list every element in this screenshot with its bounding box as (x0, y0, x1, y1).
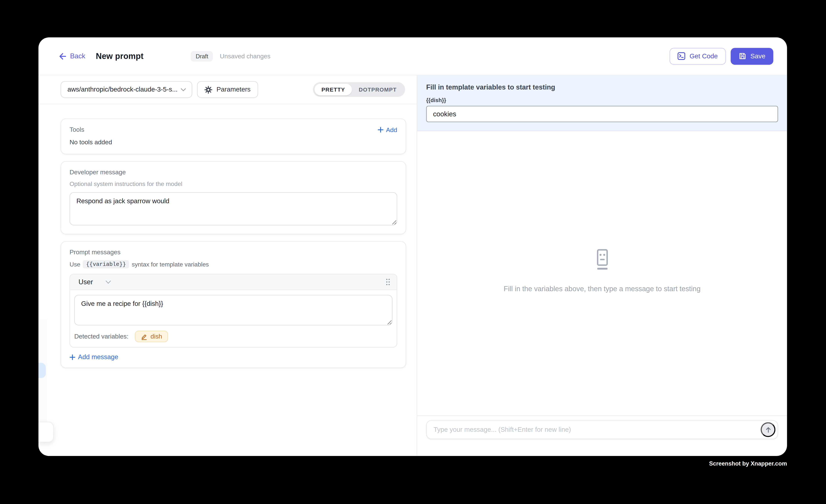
drag-handle[interactable] (386, 278, 390, 286)
variable-syntax-chip: {{variable}} (83, 260, 129, 268)
get-code-button[interactable]: Get Code (670, 48, 726, 65)
test-pane: Fill in template variables to start test… (417, 75, 787, 455)
developer-message-textarea[interactable]: Respond as jack sparrow would (69, 192, 397, 225)
header-bar: Back New prompt Draft Unsaved changes Ge… (39, 37, 787, 75)
back-label: Back (70, 52, 85, 60)
chat-empty-state: Fill in the variables above, then type a… (417, 131, 787, 416)
variable-value-input[interactable] (426, 106, 778, 122)
add-message-button[interactable]: Add message (69, 353, 397, 361)
save-button[interactable]: Save (730, 48, 773, 65)
screenshot-canvas: Back New prompt Draft Unsaved changes Ge… (0, 0, 826, 504)
empty-state-message: Fill in the variables above, then type a… (504, 285, 701, 293)
plus-icon (377, 127, 384, 133)
detected-variables-label: Detected variables: (74, 333, 128, 340)
prompt-messages-title: Prompt messages (69, 248, 397, 256)
back-button[interactable]: Back (59, 52, 85, 60)
main-split: aws/anthropic/bedrock-claude-3-5-s... (39, 75, 787, 455)
code-terminal-icon (677, 52, 686, 60)
parameters-label: Parameters (217, 86, 250, 93)
variables-heading: Fill in template variables to start test… (426, 83, 778, 91)
toggle-dotprompt[interactable]: DOTPROMPT (352, 84, 403, 95)
template-syntax-hint: Use {{variable}} syntax for template var… (69, 260, 397, 268)
add-tool-label: Add (386, 126, 397, 133)
prompt-editor-pane: aws/anthropic/bedrock-claude-3-5-s... (39, 75, 417, 455)
chat-input-container (426, 420, 778, 439)
get-code-label: Get Code (690, 52, 718, 60)
message-block: User Giv (69, 274, 397, 348)
add-tool-button[interactable]: Add (377, 126, 397, 133)
robot-face-icon (593, 249, 611, 271)
hint-prefix: Use (69, 261, 80, 267)
toggle-pretty[interactable]: PRETTY (315, 84, 352, 95)
hint-suffix: syntax for template variables (132, 261, 209, 267)
tools-empty-text: No tools added (69, 138, 397, 146)
sidebar-active-item-peek (39, 363, 46, 378)
model-select[interactable]: aws/anthropic/bedrock-claude-3-5-s... (61, 81, 192, 98)
status-badge: Draft (191, 51, 213, 61)
developer-message-card: Developer message Optional system instru… (61, 161, 406, 234)
add-message-label: Add message (78, 353, 118, 361)
model-toolbar: aws/anthropic/bedrock-claude-3-5-s... (39, 75, 417, 104)
chat-message-input[interactable] (433, 426, 761, 433)
save-label: Save (750, 52, 765, 60)
gear-icon (204, 85, 212, 93)
editor-scroll-area: Tools Add No tools added Developer messa… (39, 104, 417, 456)
chat-input-row (417, 416, 787, 455)
page-title: New prompt (96, 51, 143, 61)
view-mode-toggle: PRETTY DOTPROMPT (313, 82, 405, 97)
tools-title: Tools (69, 126, 84, 134)
edit-pencil-icon (140, 333, 147, 340)
parameters-button[interactable]: Parameters (197, 81, 258, 98)
developer-message-title: Developer message (69, 169, 397, 176)
developer-message-subtitle: Optional system instructions for the mod… (69, 180, 397, 187)
message-textarea[interactable]: Give me a recipe for {{dish}} (74, 295, 393, 325)
send-button[interactable] (761, 422, 775, 437)
app-window: Back New prompt Draft Unsaved changes Ge… (39, 37, 787, 456)
prompt-messages-card: Prompt messages Use {{variable}} syntax … (61, 241, 406, 368)
chevron-down-icon (181, 87, 186, 91)
drag-dots-icon (386, 278, 390, 286)
role-select-value[interactable]: User (78, 278, 93, 286)
back-arrow-icon (59, 52, 66, 60)
unsaved-changes-note: Unsaved changes (220, 52, 271, 60)
variable-chip-label: dish (151, 333, 162, 340)
message-header: User (70, 274, 397, 290)
save-floppy-icon (738, 52, 746, 60)
message-body: Give me a recipe for {{dish}} (70, 290, 397, 325)
detected-variables-row: Detected variables: dish (70, 325, 397, 347)
template-variables-bar: Fill in template variables to start test… (417, 75, 787, 131)
watermark: Screenshot by Xnapper.com (709, 460, 787, 467)
plus-icon (69, 354, 75, 360)
variable-name-label: {{dish}} (426, 97, 778, 103)
tools-card-header: Tools Add (69, 126, 397, 134)
role-chevron-down-icon[interactable] (106, 280, 111, 284)
tools-card: Tools Add No tools added (61, 118, 406, 154)
variable-chip-dish[interactable]: dish (135, 331, 168, 342)
model-select-value: aws/anthropic/bedrock-claude-3-5-s... (67, 86, 178, 93)
sidebar-edge-strip (39, 319, 47, 439)
arrow-up-icon (764, 426, 772, 434)
sidebar-popover-peek (39, 422, 54, 442)
